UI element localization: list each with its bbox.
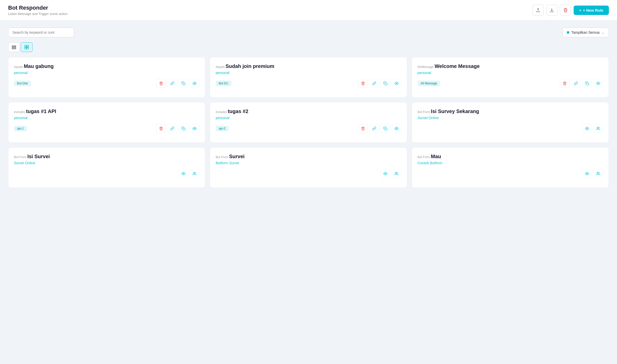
- svg-rect-2: [12, 48, 16, 49]
- svg-point-20: [194, 172, 195, 173]
- card: Bot Form Survei Botform Survei: [210, 147, 407, 188]
- card-link[interactable]: personal: [418, 71, 603, 75]
- card-footer: [418, 124, 603, 133]
- svg-point-8: [194, 83, 195, 84]
- card-heading: includes tugas #2: [216, 108, 401, 114]
- download-button[interactable]: [546, 5, 557, 16]
- card-heading: Bot Form Isi Survey Sekarang: [418, 108, 603, 114]
- bulk-delete-button[interactable]: [560, 5, 571, 16]
- card-heading: includes tugas #1 API: [14, 108, 199, 114]
- svg-rect-11: [587, 83, 589, 85]
- svg-point-22: [395, 172, 397, 173]
- card-actions: [156, 124, 199, 133]
- delete-button[interactable]: [560, 79, 570, 88]
- svg-point-16: [396, 128, 397, 129]
- card: Bot Form Isi Survey Sekarang Survei Onli…: [412, 102, 609, 143]
- svg-rect-1: [12, 47, 16, 48]
- card-heading: Bot Form Mau: [418, 154, 603, 159]
- users-button[interactable]: [190, 169, 199, 178]
- view-button[interactable]: [190, 79, 199, 88]
- view-button[interactable]: [392, 79, 401, 88]
- card-tag: Bot EC: [216, 81, 231, 86]
- delete-button[interactable]: [358, 124, 368, 133]
- filter-dropdown[interactable]: Tampilkan Semua ⌄: [562, 28, 609, 37]
- page-title: Bot Responder: [8, 5, 67, 11]
- card-link[interactable]: personal: [14, 116, 199, 120]
- link-button[interactable]: [571, 79, 581, 88]
- card-type: Bot Form: [418, 110, 431, 114]
- svg-rect-15: [385, 128, 387, 130]
- new-rule-button[interactable]: + + New Rule: [574, 6, 609, 15]
- card-type: NoMessage: [418, 65, 435, 69]
- new-rule-plus: +: [579, 8, 581, 12]
- card-footer: [216, 169, 401, 178]
- view-button[interactable]: [392, 124, 401, 133]
- card-tag: api-1: [14, 126, 27, 131]
- card-link[interactable]: personal: [14, 71, 199, 75]
- copy-button[interactable]: [179, 79, 188, 88]
- card-actions: [381, 169, 401, 178]
- card-link[interactable]: Survei Online: [418, 116, 603, 120]
- card: Bot Form Mau Contoh Botform: [412, 147, 609, 188]
- card-type: equals: [216, 65, 226, 69]
- card: equals Sudah join premium personal Bot E…: [210, 57, 407, 98]
- card-actions: [358, 124, 401, 133]
- view-button[interactable]: [593, 79, 603, 88]
- users-button[interactable]: [593, 124, 603, 133]
- card-footer: api-1: [14, 124, 199, 133]
- copy-button[interactable]: [381, 124, 390, 133]
- search-input[interactable]: [8, 28, 74, 37]
- card-footer: api-2: [216, 124, 401, 133]
- copy-button[interactable]: [179, 124, 188, 133]
- new-rule-label: + New Rule: [583, 8, 603, 12]
- svg-point-19: [183, 173, 184, 174]
- grid-view-button[interactable]: [21, 42, 32, 52]
- list-view-button[interactable]: [8, 42, 20, 52]
- card-link[interactable]: Contoh Botform: [418, 161, 603, 165]
- card-link[interactable]: personal: [216, 71, 401, 75]
- card-link[interactable]: Botform Survei: [216, 161, 401, 165]
- delete-button[interactable]: [156, 79, 166, 88]
- cards-grid: equals Mau gabung personal Bot Diet equa…: [8, 57, 609, 188]
- card-title: Isi Survey Sekarang: [431, 108, 479, 114]
- filter-label: Tampilkan Semua: [571, 30, 599, 34]
- page-subtitle: Listen Message and Trigger some action: [8, 12, 67, 16]
- card-type: Bot Form: [14, 155, 27, 159]
- svg-point-12: [598, 83, 599, 84]
- link-button[interactable]: [369, 79, 379, 88]
- delete-button[interactable]: [358, 79, 368, 88]
- card-type: includes: [14, 110, 26, 114]
- card-title: Isi Survei: [27, 154, 50, 159]
- copy-button[interactable]: [582, 79, 592, 88]
- card-actions: [179, 169, 199, 178]
- card-link[interactable]: personal: [216, 116, 401, 120]
- view-button[interactable]: [582, 124, 592, 133]
- link-button[interactable]: [369, 124, 379, 133]
- link-button[interactable]: [167, 79, 177, 88]
- svg-rect-13: [183, 128, 185, 130]
- card-actions: [358, 79, 401, 88]
- card-tag: Bot Diet: [14, 81, 31, 86]
- users-button[interactable]: [593, 169, 603, 178]
- copy-button[interactable]: [381, 79, 390, 88]
- view-button[interactable]: [179, 169, 188, 178]
- card-link[interactable]: Survei Online: [14, 161, 199, 165]
- view-button[interactable]: [582, 169, 592, 178]
- card-title: Survei: [229, 154, 245, 159]
- header-actions: + + New Rule: [533, 5, 609, 16]
- card-tag: All Message: [418, 81, 440, 86]
- card-type: equals: [14, 65, 24, 69]
- users-button[interactable]: [392, 169, 401, 178]
- export-button[interactable]: [533, 5, 544, 16]
- card-actions: [582, 169, 603, 178]
- card-title: Welcome Message: [435, 63, 480, 69]
- card-heading: Bot Form Isi Survei: [14, 154, 199, 159]
- card-footer: Bot EC: [216, 79, 401, 88]
- svg-point-24: [597, 172, 598, 173]
- svg-point-18: [597, 127, 598, 128]
- view-toggle: [8, 42, 609, 52]
- link-button[interactable]: [167, 124, 177, 133]
- delete-button[interactable]: [156, 124, 166, 133]
- view-button[interactable]: [190, 124, 199, 133]
- view-button[interactable]: [381, 169, 390, 178]
